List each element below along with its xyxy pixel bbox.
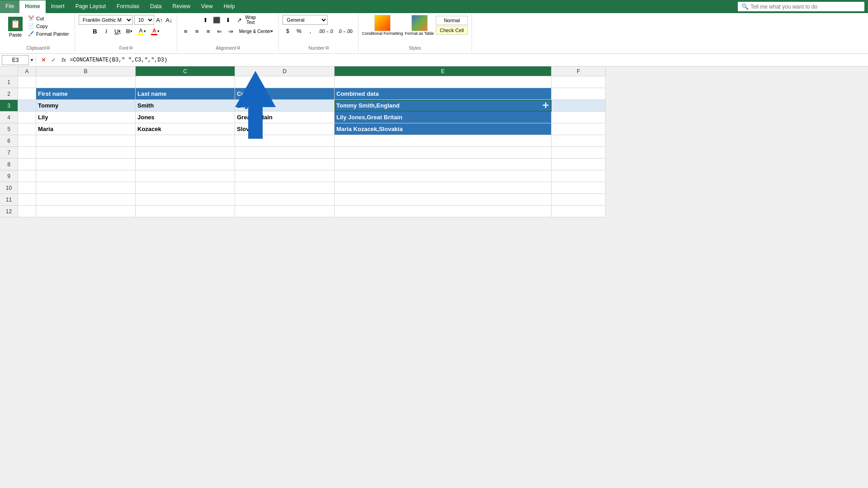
- cell-b9[interactable]: [36, 170, 136, 182]
- cell-a5[interactable]: [18, 123, 36, 135]
- cell-f8[interactable]: [552, 159, 606, 170]
- cell-c10[interactable]: [136, 182, 235, 194]
- font-size-select[interactable]: 10: [134, 15, 154, 25]
- cell-f6[interactable]: [552, 135, 606, 147]
- tab-data[interactable]: Data: [145, 0, 167, 13]
- row-header-10[interactable]: 10: [0, 182, 18, 194]
- cell-c6[interactable]: [136, 135, 235, 147]
- cell-b8[interactable]: [36, 159, 136, 170]
- cell-b6[interactable]: [36, 135, 136, 147]
- cell-d5[interactable]: Slovakia: [235, 123, 335, 135]
- align-bottom-button[interactable]: ⬇: [223, 15, 233, 25]
- format-as-table-button[interactable]: Format as Table: [405, 15, 434, 36]
- cell-e10[interactable]: [335, 182, 552, 194]
- fill-color-button[interactable]: A ▾: [136, 26, 148, 36]
- cell-d2[interactable]: Country: [235, 88, 335, 100]
- row-header-5[interactable]: 5: [0, 123, 18, 135]
- search-box[interactable]: 🔍: [738, 2, 864, 11]
- cell-a8[interactable]: [18, 159, 36, 170]
- cell-d3[interactable]: England: [235, 100, 335, 112]
- cell-f10[interactable]: [552, 182, 606, 194]
- cell-d6[interactable]: [235, 135, 335, 147]
- cell-e2[interactable]: Combined data: [335, 88, 552, 100]
- cell-d11[interactable]: [235, 194, 335, 206]
- row-header-7[interactable]: 7: [0, 147, 18, 159]
- conditional-formatting-button[interactable]: Conditional Formatting: [362, 15, 403, 36]
- decrease-font-size-button[interactable]: A↓: [165, 16, 173, 24]
- row-header-2[interactable]: 2: [0, 88, 18, 100]
- name-box[interactable]: E3: [2, 55, 29, 65]
- cell-d10[interactable]: [235, 182, 335, 194]
- cell-e11[interactable]: [335, 194, 552, 206]
- cell-d8[interactable]: [235, 159, 335, 170]
- increase-font-size-button[interactable]: A↑: [156, 16, 164, 24]
- cell-d12[interactable]: [235, 206, 335, 217]
- align-right-button[interactable]: ≡: [203, 26, 213, 36]
- search-input[interactable]: [750, 4, 861, 10]
- formula-input[interactable]: [70, 57, 866, 63]
- number-expand-icon[interactable]: ⧉: [326, 45, 329, 51]
- col-header-b[interactable]: B: [36, 66, 136, 76]
- align-middle-button[interactable]: ⬛: [212, 15, 222, 25]
- cell-f1[interactable]: [552, 76, 606, 88]
- cell-a1[interactable]: [18, 76, 36, 88]
- col-header-f[interactable]: F: [552, 66, 606, 76]
- cell-f5[interactable]: [552, 123, 606, 135]
- cell-c1[interactable]: [136, 76, 235, 88]
- align-left-button[interactable]: ≡: [181, 26, 191, 36]
- col-header-d[interactable]: D: [235, 66, 335, 76]
- format-painter-button[interactable]: 🖌️ Format Painter: [26, 30, 71, 37]
- cancel-formula-button[interactable]: ✕: [39, 56, 48, 65]
- cell-d4[interactable]: Great Britain: [235, 112, 335, 123]
- cell-b2[interactable]: First name: [36, 88, 136, 100]
- cell-d7[interactable]: [235, 147, 335, 159]
- cell-e12[interactable]: [335, 206, 552, 217]
- align-top-button[interactable]: ⬆: [200, 15, 210, 25]
- tab-file[interactable]: File: [0, 0, 19, 13]
- increase-decimal-button[interactable]: .0→.00: [336, 26, 354, 36]
- currency-button[interactable]: $: [283, 26, 292, 36]
- row-header-12[interactable]: 12: [0, 206, 18, 217]
- cell-a2[interactable]: [18, 88, 36, 100]
- cell-e1[interactable]: [335, 76, 552, 88]
- cell-b11[interactable]: [36, 194, 136, 206]
- confirm-formula-button[interactable]: ✓: [49, 56, 58, 65]
- cell-d1[interactable]: [235, 76, 335, 88]
- tab-formulas[interactable]: Formulas: [111, 0, 145, 13]
- row-header-11[interactable]: 11: [0, 194, 18, 206]
- col-header-e[interactable]: E: [335, 66, 552, 76]
- cell-c11[interactable]: [136, 194, 235, 206]
- cell-e5[interactable]: Maria Kozacek,Slovakia: [335, 123, 552, 135]
- italic-button[interactable]: I: [101, 26, 111, 36]
- cell-f12[interactable]: [552, 206, 606, 217]
- paste-button[interactable]: 📋 Paste: [5, 15, 25, 39]
- merge-center-button[interactable]: Merge & Center ▾: [237, 26, 275, 36]
- comma-button[interactable]: ,: [305, 26, 315, 36]
- row-header-6[interactable]: 6: [0, 135, 18, 147]
- cell-a10[interactable]: [18, 182, 36, 194]
- row-header-4[interactable]: 4: [0, 112, 18, 123]
- row-header-1[interactable]: 1: [0, 76, 18, 88]
- font-family-select[interactable]: Franklin Gothic M: [79, 15, 133, 25]
- number-format-select[interactable]: General: [283, 15, 328, 25]
- normal-style-button[interactable]: Normal: [436, 16, 468, 25]
- name-box-dropdown[interactable]: ▾: [31, 57, 33, 62]
- cell-a11[interactable]: [18, 194, 36, 206]
- cell-e3[interactable]: Tommy Smith,England ✛: [335, 100, 552, 112]
- cell-b7[interactable]: [36, 147, 136, 159]
- increase-indent-button[interactable]: ⇒: [226, 26, 236, 36]
- cell-c8[interactable]: [136, 159, 235, 170]
- col-header-c[interactable]: C: [136, 66, 235, 76]
- cell-c12[interactable]: [136, 206, 235, 217]
- tab-page-layout[interactable]: Page Layout: [70, 0, 111, 13]
- cell-f4[interactable]: [552, 112, 606, 123]
- cell-e6[interactable]: [335, 135, 552, 147]
- cell-b10[interactable]: [36, 182, 136, 194]
- row-header-8[interactable]: 8: [0, 159, 18, 170]
- row-header-9[interactable]: 9: [0, 170, 18, 182]
- tab-help[interactable]: Help: [218, 0, 241, 13]
- check-cell-style-button[interactable]: Check Cell: [436, 26, 468, 35]
- cell-b3[interactable]: Tommy: [36, 100, 136, 112]
- font-color-button[interactable]: A ▾: [149, 26, 161, 36]
- tab-view[interactable]: View: [196, 0, 218, 13]
